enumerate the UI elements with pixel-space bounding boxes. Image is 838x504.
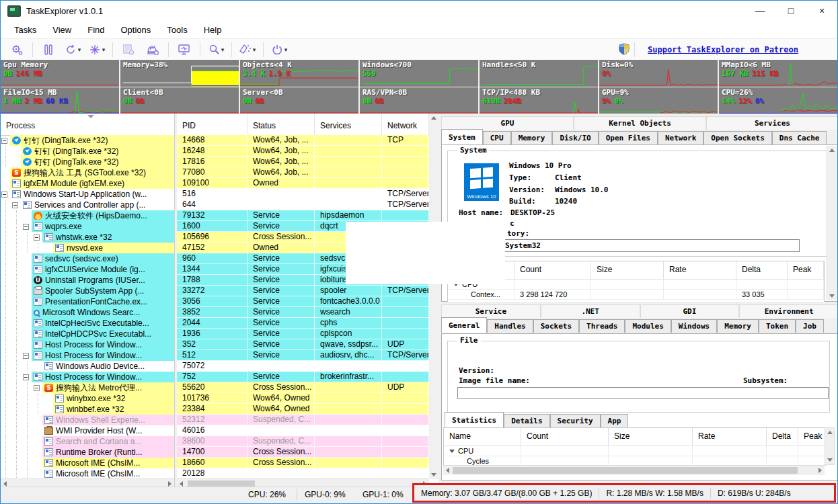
tab-kernel-objects[interactable]: Kernel Objects — [574, 116, 706, 130]
tab-windows[interactable]: Windows — [671, 319, 717, 333]
stats-column-rate[interactable]: Rate — [693, 428, 767, 446]
tab-disk-io[interactable]: Disk/IO — [552, 131, 598, 144]
graph-gpu-memory[interactable]: Gpu Memory0B146 MB — [1, 60, 119, 87]
graph-cpu-26[interactable]: CPU=26%14%12%0% — [719, 87, 837, 114]
table-row[interactable]: 55620Cross Session...UDP — [177, 382, 429, 393]
table-row[interactable]: 79132Servicehipsdaemon — [177, 210, 429, 221]
scroll-down-icon[interactable] — [827, 458, 833, 462]
table-row[interactable]: 17816Wow64, Job, ... — [177, 157, 429, 167]
menu-view[interactable]: View — [44, 22, 79, 38]
stats-column-delta[interactable]: Delta — [736, 261, 788, 279]
graph-fileio-15-mb[interactable]: FileIO<15 MB1 MB2 MB60 KB — [1, 87, 119, 114]
tab-statistics[interactable]: Statistics — [445, 412, 504, 427]
graph-tcp-ip-488-kb[interactable]: TCP/IP<488 KB619B284B — [480, 87, 598, 114]
stats-row[interactable]: CPU — [444, 446, 825, 456]
scroll-right-icon[interactable] — [168, 481, 172, 487]
tree-row[interactable]: igfxEM Module (igfxEM.exe) — [1, 178, 174, 189]
stats-column-delta[interactable]: Delta — [767, 428, 798, 446]
stats-column-count[interactable]: Count — [521, 428, 609, 446]
tree-row[interactable]: IntelCpHDCPSvc Executabl... — [1, 329, 174, 339]
tree-row[interactable]: winbbef.exe *32 — [1, 404, 174, 415]
table-row[interactable]: 14668Wow64, Job, ...TCP — [177, 135, 429, 146]
graph-server-0b[interactable]: Server<0B0B0B — [240, 87, 358, 114]
table-row[interactable]: 23384Wow64, Owned — [177, 404, 429, 415]
column-header-services[interactable]: Services — [315, 114, 382, 135]
tab-net[interactable]: .NET — [541, 304, 640, 318]
graph-memory-38[interactable]: Memory=38% — [120, 60, 239, 87]
system-directory-field[interactable]: System32 — [472, 239, 800, 252]
table-row[interactable]: 20128 — [177, 468, 429, 479]
tree-row[interactable]: nvsvd.exe — [1, 243, 174, 253]
tab-security[interactable]: Security — [550, 414, 601, 427]
table-row[interactable]: 752Servicebrokerinfrastr... — [177, 372, 429, 382]
tab-gpu[interactable]: GPU — [441, 116, 574, 130]
graph-windows-700[interactable]: Windows<700559 — [360, 60, 478, 87]
toolbar-refresh-button[interactable]: ▾ — [61, 41, 85, 58]
maximize-button[interactable]: □ — [775, 1, 806, 21]
tree-row[interactable]: Windows Audio Device... — [1, 361, 174, 372]
menu-options[interactable]: Options — [112, 22, 159, 38]
collapse-toggle-icon[interactable] — [34, 235, 40, 241]
column-header-status[interactable]: Status — [247, 114, 315, 135]
tree-row[interactable]: 钉钉 (DingTalk.exe *32) — [1, 135, 174, 146]
tree-row[interactable]: Microsoft Windows Searc... — [1, 307, 174, 318]
dropdown-caret-icon[interactable]: ▾ — [78, 46, 81, 53]
tab-services[interactable]: Services — [706, 116, 838, 130]
table-vertical-scrollbar[interactable] — [429, 114, 439, 479]
table-row[interactable]: 1936Servicecplspcon — [177, 329, 429, 339]
tree-row[interactable]: Search and Cortana a... — [1, 436, 174, 447]
tab-details[interactable]: Details — [504, 414, 549, 427]
tree-row[interactable]: sedsvc (sedsvc.exe) — [1, 253, 174, 264]
dropdown-caret-icon[interactable]: ▾ — [221, 46, 225, 53]
tree-row[interactable]: wqprs.exe — [1, 221, 174, 232]
tree-row[interactable]: WMI Provider Host (W... — [1, 425, 174, 436]
tree-row[interactable]: whstwk.exe *32 — [1, 232, 174, 243]
table-row[interactable]: 352Serviceqwave, ssdpsr...UDP — [177, 339, 429, 350]
table-row[interactable]: 46016 — [177, 425, 429, 436]
expand-chevron-icon[interactable] — [449, 450, 455, 453]
tab-job[interactable]: Job — [796, 319, 824, 333]
tab-general[interactable]: General — [441, 317, 487, 333]
table-row[interactable]: 3056Servicefontcache3.0.0.0 — [177, 296, 429, 307]
stats-horizontal-scrollbar[interactable] — [443, 465, 825, 475]
tree-row[interactable]: Host Process for Window... — [1, 372, 174, 382]
stats-column-size[interactable]: Size — [591, 261, 664, 279]
scroll-left-icon[interactable] — [3, 481, 7, 487]
tab-app[interactable]: App — [601, 414, 629, 427]
stats-row[interactable]: Cycles — [444, 456, 825, 466]
tab-token[interactable]: Token — [759, 319, 796, 333]
tab-memory[interactable]: Memory — [511, 131, 553, 144]
tree-row[interactable]: igfxCUIService Module (ig... — [1, 264, 174, 275]
collapse-toggle-icon[interactable] — [23, 224, 29, 230]
tab-gdi[interactable]: GDI — [640, 304, 740, 318]
table-row[interactable]: 512Serviceaudiosrv, dhc...TCP/Server, — [177, 350, 429, 361]
tab-modules[interactable]: Modules — [625, 319, 671, 333]
table-row[interactable]: 14700Cross Session... — [177, 447, 429, 458]
collapse-toggle-icon[interactable] — [23, 353, 29, 359]
tab-service[interactable]: Service — [441, 304, 541, 318]
scroll-up-icon[interactable] — [827, 431, 833, 434]
tree-row[interactable]: Services and Controller app (... — [1, 200, 174, 210]
toolbar-pause-button[interactable] — [36, 41, 61, 58]
stats-column-count[interactable]: Count — [515, 261, 591, 279]
toolbar-find-window-button[interactable] — [141, 41, 165, 58]
dropdown-caret-icon[interactable]: ▾ — [253, 46, 256, 53]
scroll-up-icon[interactable] — [431, 116, 436, 120]
menu-tasks[interactable]: Tasks — [6, 22, 44, 38]
close-button[interactable]: × — [806, 1, 837, 21]
toolbar-power-button[interactable]: ▾ — [267, 41, 291, 58]
stats-row[interactable]: Contex...3 298 124 72033 035 — [448, 290, 824, 300]
tab-threads[interactable]: Threads — [579, 319, 625, 333]
column-header-pid[interactable]: PID — [177, 114, 247, 135]
graph-objects-4-k[interactable]: Objects<4 K3.4 K1.9 K — [240, 60, 358, 87]
tab-system[interactable]: System — [441, 129, 483, 144]
toolbar-monitor-button[interactable] — [172, 41, 196, 58]
tree-row[interactable]: Windows Shell Experie... — [1, 415, 174, 425]
stats-column-name[interactable]: Name — [444, 428, 521, 446]
scroll-left-icon[interactable] — [446, 468, 449, 473]
toolbar-expand-all-button[interactable]: ▾ — [85, 41, 109, 58]
tab-dns-cache[interactable]: Dns Cache — [772, 131, 827, 144]
stats-column-peak[interactable]: Peak — [788, 261, 824, 279]
tab-open-sockets[interactable]: Open Sockets — [703, 131, 771, 144]
tree-row[interactable]: Runtime Broker (Runti... — [1, 447, 174, 458]
